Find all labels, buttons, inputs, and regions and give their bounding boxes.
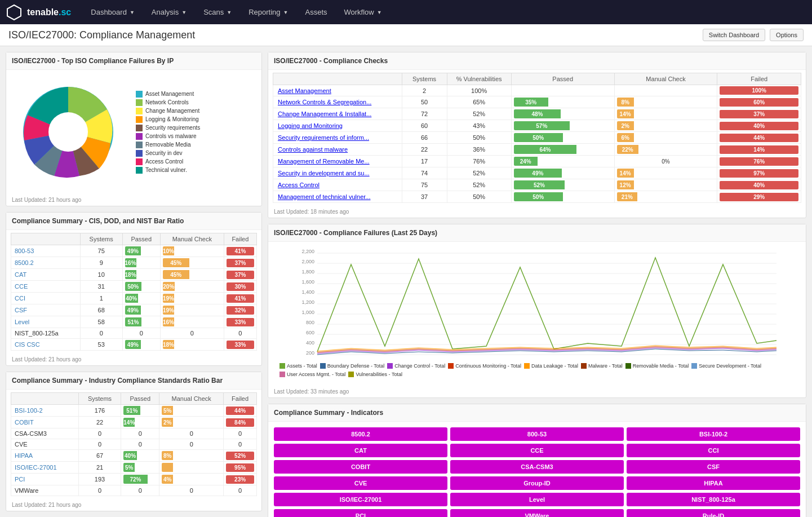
navigation: tenable.sc Dashboard ▼ Analysis ▼ Scans … [0,0,812,24]
table-row: CSA-CSM30000 [11,428,257,439]
col-name [11,393,79,405]
svg-text:1,600: 1,600 [301,279,314,285]
svg-text:Mon 23: Mon 23 [310,359,325,360]
svg-text:2,200: 2,200 [301,249,314,254]
table-row: ISO/IEC-27001 21 5% 95% [11,462,257,474]
nav-assets[interactable]: Assets [297,0,336,24]
cis-table: Systems Passed Manual Check Failed 800-5… [11,233,257,351]
indicator-button[interactable]: CAT [274,444,447,457]
col-passed: Passed [121,393,159,405]
indicator-button[interactable]: VMWare [450,509,624,517]
svg-text:Tue 31: Tue 31 [468,359,482,360]
chart-container: 2,200 2,000 1,800 1,600 1,400 1,200 1,00… [268,242,806,386]
pie-panel-title: ISO/IEC27000 - Top ISO Compliance Failur… [6,52,261,70]
svg-text:1,200: 1,200 [301,299,314,305]
col-passed: Passed [122,233,160,245]
col-name [273,73,402,85]
nav-scans[interactable]: Scans ▼ [195,0,240,24]
legend-boundary: Boundary Defense - Total [320,363,384,369]
svg-text:Tue 07: Tue 07 [626,359,640,360]
table-row: Access Control 75 52% 52% 12% 40% [273,179,801,191]
table-row: CVE0000 [11,439,257,450]
indicator-button[interactable]: CSA-CSM3 [450,460,624,474]
industry-panel: Compliance Summary - Industry Compliance… [6,372,262,511]
table-row: Security requirements of inform... 66 50… [273,132,801,144]
svg-text:Wed 25: Wed 25 [349,359,365,360]
table-row: Asset Management 2 100% 100% [273,85,801,96]
table-row: CSF 68 49% 19% 32% [11,304,257,316]
switch-dashboard-button[interactable]: Switch Dashboard [703,29,765,41]
indicators-title: Compliance Summary - Indicators [268,404,806,422]
indicator-button[interactable]: CSF [627,460,800,474]
right-column: ISO/IEC27000 - Compliance Checks Systems… [268,52,806,517]
svg-text:Mon 29: Mon 29 [428,359,443,360]
table-row: PCI 193 72% 4% 23% [11,474,257,485]
legend-item: Asset Management [136,91,200,98]
col-failed: Failed [224,233,256,245]
chart-last-updated: Last Updated: 33 minutes ago [268,386,806,397]
table-row: CCE 31 50% 20% 30% [11,281,257,293]
cis-last-updated: Last Updated: 21 hours ago [6,353,261,365]
indicator-button[interactable]: Rule-ID [627,509,800,517]
indicator-button[interactable]: CCI [627,444,800,457]
indicator-button[interactable]: Level [450,493,624,506]
table-row: CAT 10 18% 45% 37% [11,269,257,281]
svg-text:1,400: 1,400 [301,289,314,295]
indicator-button[interactable]: CVE [274,476,447,490]
pie-legend: Asset Management Network Controls Change… [136,91,200,174]
col-failed: Failed [224,393,257,405]
indicator-button[interactable]: PCI [274,509,447,517]
header-bar: ISO/IEC27000: Compliance Management Swit… [0,24,812,46]
pie-chart [12,76,125,188]
table-row: CIS CSC 53 49% 18% 33% [11,339,257,351]
industry-panel-title: Compliance Summary - Industry Compliance… [6,372,261,390]
nav-reporting[interactable]: Reporting ▼ [240,0,296,24]
svg-text:600: 600 [306,330,314,335]
legend-secure-dev: Secure Development - Total [691,363,761,369]
nav-dashboard[interactable]: Dashboard ▼ [82,0,143,24]
svg-text:2,000: 2,000 [301,259,314,264]
indicator-button[interactable]: BSI-100-2 [627,427,800,441]
chart-legend: Assets - Total Boundary Defense - Total … [274,360,800,380]
nav-workflow[interactable]: Workflow ▼ [336,0,391,24]
svg-text:June: June [509,359,520,360]
pie-panel: ISO/IEC27000 - Top ISO Compliance Failur… [6,52,262,206]
legend-item: Security in dev [136,150,200,157]
indicator-button[interactable]: 8500.2 [274,427,447,441]
page-title: ISO/IEC27000: Compliance Management [8,29,195,41]
svg-text:800: 800 [306,320,314,325]
svg-text:1,800: 1,800 [301,269,314,275]
svg-text:Fri 03: Fri 03 [548,359,560,360]
table-row: VMWare0000 [11,485,257,496]
table-row: COBIT 22 14% 2% 84% [11,417,257,428]
indicator-button[interactable]: COBIT [274,460,447,474]
table-row: Security in development and su... 74 52%… [273,167,801,179]
indicator-button[interactable]: ISO/IEC-27001 [274,493,447,506]
logo-text: tenable.sc [27,7,71,17]
legend-data: Data Leakage - Total [524,363,578,369]
svg-text:400: 400 [306,340,314,346]
indicator-button[interactable]: 800-53 [450,427,624,441]
pie-last-updated: Last Updated: 21 hours ago [6,194,261,206]
svg-marker-0 [7,5,21,20]
col-name [11,233,81,245]
legend-item: Logging & Monitoring [136,116,200,123]
col-systems: Systems [402,73,447,85]
indicator-button[interactable]: Group-ID [450,476,624,490]
checks-table: Systems % Vulnerabilities Passed Manual … [273,73,801,203]
svg-text:Wed 15: Wed 15 [769,359,784,360]
indicator-button[interactable]: HIPAA [627,476,800,490]
options-button[interactable]: Options [770,29,804,41]
col-failed: Failed [717,73,801,85]
legend-user-access: User Access Mgmt. - Total [279,372,345,377]
table-row: CCI 1 40% 19% 41% [11,293,257,304]
nav-analysis[interactable]: Analysis ▼ [143,0,195,24]
legend-change: Change Control - Total [387,363,445,369]
svg-text:Sat 11: Sat 11 [705,359,718,360]
indicator-button[interactable]: CCE [450,444,624,457]
indicator-button[interactable]: NIST_800-125a [627,493,800,506]
legend-item: Security requirements [136,125,200,131]
nav-items: Dashboard ▼ Analysis ▼ Scans ▼ Reporting… [82,0,390,24]
svg-text:Thu 09: Thu 09 [665,359,680,360]
checks-panel-title: ISO/IEC27000 - Compliance Checks [268,52,806,70]
